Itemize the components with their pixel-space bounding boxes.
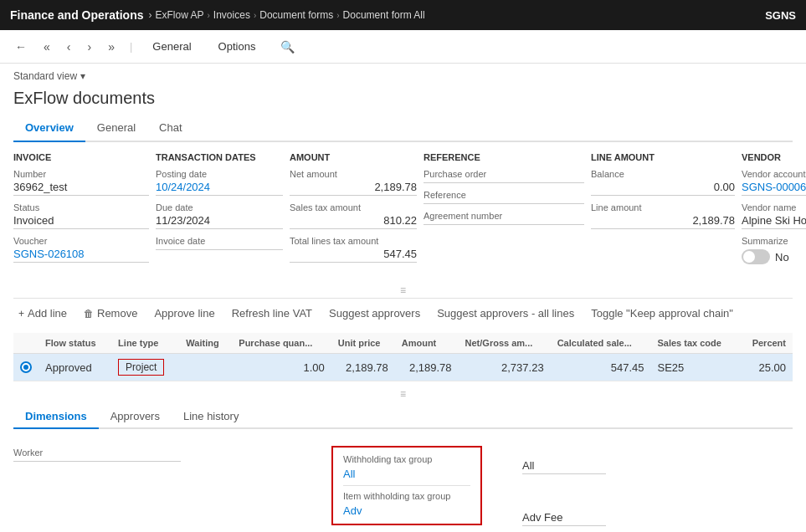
row-radio[interactable] (20, 361, 32, 373)
tab-approvers[interactable]: Approvers (99, 405, 172, 429)
top-bar: Finance and Operations › ExFlow AP › Inv… (0, 0, 806, 30)
bottom-tabs: Dimensions Approvers Line history (13, 405, 793, 429)
tab-chat[interactable]: Chat (147, 115, 193, 142)
nav-tab-general[interactable]: General (142, 33, 201, 59)
dimensions-left: Worker Withholding tax group All Item wi… (13, 446, 606, 532)
col-percent: Percent (739, 333, 793, 354)
drag-handle-2[interactable]: ≡ (13, 386, 793, 402)
due-date-label: Due date (156, 202, 283, 212)
row-waiting (179, 354, 232, 381)
nav-next-button[interactable]: › (82, 37, 96, 57)
table-row[interactable]: Approved Project 1.00 2,189.78 2,189.78 … (13, 354, 793, 381)
right-withholding-area: All (522, 448, 606, 481)
worker-value (13, 459, 181, 462)
summarize-toggle[interactable] (742, 249, 770, 264)
tab-overview[interactable]: Overview (13, 115, 85, 142)
number-label: Number (13, 169, 149, 179)
nav-sep: | (130, 40, 132, 53)
tab-line-history[interactable]: Line history (172, 405, 250, 429)
lines-table: Flow status Line type Waiting Purchase q… (13, 333, 793, 381)
tab-dimensions[interactable]: Dimensions (13, 405, 99, 429)
withholding-tax-group-value[interactable]: All (343, 468, 470, 480)
breadcrumb-item-1[interactable]: ExFlow AP (155, 9, 203, 21)
col-radio (13, 333, 39, 354)
summarize-toggle-knob (743, 251, 755, 263)
worker-area: Worker (13, 446, 181, 468)
col-line-type: Line type (111, 333, 179, 354)
vendor-col: VENDOR Vendor account SGNS-000061 Vendor… (742, 152, 806, 276)
vendor-account-value[interactable]: SGNS-000061 (742, 181, 806, 196)
add-line-label: Add line (28, 307, 67, 320)
invoice-header: INVOICE (13, 152, 149, 162)
nav-tab-options[interactable]: Options (208, 33, 266, 59)
line-amount-header: LINE AMOUNT (591, 152, 735, 162)
posting-date-value[interactable]: 10/24/2024 (156, 181, 283, 196)
item-withholding-label: Item withholding tax group (343, 491, 470, 501)
remove-button[interactable]: 🗑 Remove (79, 304, 142, 323)
posting-date-label: Posting date (156, 169, 283, 179)
agreement-number-value (424, 223, 584, 225)
standard-view-button[interactable]: Standard view ▾ (13, 64, 85, 85)
suggest-approvers-all-button[interactable]: Suggest approvers - all lines (432, 304, 579, 323)
voucher-value[interactable]: SGNS-026108 (13, 248, 149, 263)
search-button[interactable]: 🔍 (275, 37, 300, 57)
row-sales-tax-code: SE25 (650, 354, 738, 381)
right-item-area: Adv Fee (522, 511, 606, 532)
item-withholding-value[interactable]: Adv (343, 504, 470, 517)
total-lines-tax-value: 547.45 (290, 248, 417, 263)
nav-prev-button[interactable]: ‹ (62, 37, 76, 57)
table-body: Approved Project 1.00 2,189.78 2,189.78 … (13, 354, 793, 381)
invoice-date-label: Invoice date (156, 236, 283, 246)
transaction-dates-header: TRANSACTION DATES (156, 152, 283, 162)
withholding-separator (343, 485, 470, 486)
total-lines-tax-label: Total lines tax amount (290, 236, 417, 246)
approve-line-label: Approve line (154, 307, 214, 320)
table-header: Flow status Line type Waiting Purchase q… (13, 333, 793, 354)
plus-icon: + (18, 308, 24, 320)
nav-last-button[interactable]: » (103, 37, 120, 57)
remove-label: Remove (97, 307, 137, 320)
refresh-line-vat-button[interactable]: Refresh line VAT (227, 304, 317, 323)
right-withholding-value: All (522, 459, 606, 474)
main-tabs: Overview General Chat (13, 115, 793, 142)
line-amount-label: Line amount (591, 202, 735, 212)
toggle-approval-chain-button[interactable]: Toggle "Keep approval chain" (586, 304, 738, 323)
worker-label: Worker (13, 448, 181, 458)
breadcrumb-item-4[interactable]: Document form All (343, 9, 425, 21)
tab-general[interactable]: General (85, 115, 147, 142)
sales-tax-label: Sales tax amount (290, 202, 417, 212)
dimensions-row: Worker Withholding tax group All Item wi… (13, 446, 606, 532)
row-unit-price: 2,189.78 (331, 354, 395, 381)
voucher-label: Voucher (13, 236, 149, 246)
nav-back-button[interactable]: ← (10, 37, 32, 57)
top-bar-left: Finance and Operations › ExFlow AP › Inv… (10, 8, 425, 22)
row-percent: 25.00 (739, 354, 793, 381)
reference-col: REFERENCE Purchase order Reference Agree… (424, 152, 591, 276)
add-line-button[interactable]: + Add line (13, 304, 72, 323)
action-bar: + Add line 🗑 Remove Approve line Refresh… (13, 298, 793, 328)
standard-view-label: Standard view (13, 70, 77, 82)
withholding-right: All Adv Fee (522, 446, 606, 532)
withholding-container: Withholding tax group All Item withholdi… (331, 446, 482, 525)
row-flow-status: Approved (39, 354, 111, 381)
vendor-name-label: Vendor name (742, 202, 806, 212)
net-amount-value: 2,189.78 (290, 181, 417, 196)
user-label: SGNS (765, 9, 796, 22)
breadcrumb-item-3[interactable]: Document forms (259, 9, 333, 21)
row-amount: 2,189.78 (395, 354, 459, 381)
suggest-approvers-button[interactable]: Suggest approvers (324, 304, 425, 323)
balance-label: Balance (591, 169, 735, 179)
invoice-grid: INVOICE Number 36962_test Status Invoice… (13, 152, 793, 276)
sales-tax-value: 810.22 (290, 214, 417, 229)
drag-handle[interactable]: ≡ (13, 283, 793, 298)
number-value: 36962_test (13, 181, 149, 196)
toggle-approval-chain-label: Toggle "Keep approval chain" (591, 307, 733, 320)
nav-first-button[interactable]: « (39, 37, 55, 57)
vendor-account-label: Vendor account (742, 169, 806, 179)
approve-line-button[interactable]: Approve line (149, 304, 219, 323)
row-calculated-sales: 547.45 (551, 354, 651, 381)
breadcrumb-item-2[interactable]: Invoices (213, 9, 250, 21)
breadcrumb-sep3: › (254, 11, 256, 20)
col-amount: Amount (395, 333, 459, 354)
row-line-type: Project (111, 354, 179, 381)
